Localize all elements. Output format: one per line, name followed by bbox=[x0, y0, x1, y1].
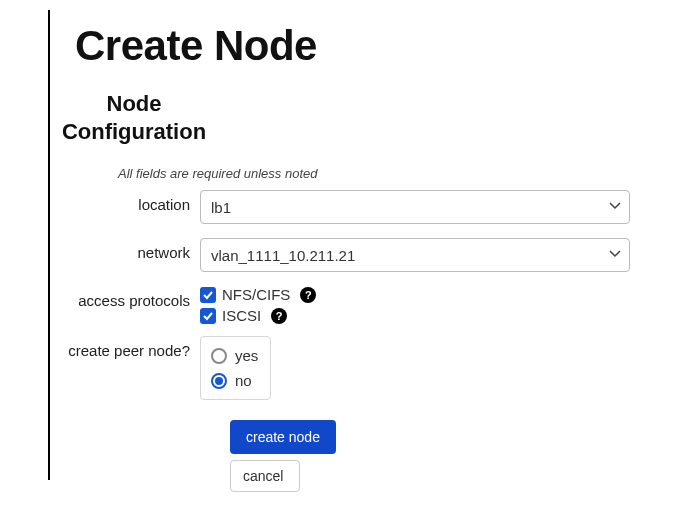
page-title: Create Node bbox=[75, 22, 317, 70]
chevron-down-icon bbox=[609, 250, 619, 260]
cancel-button[interactable]: cancel bbox=[230, 460, 300, 492]
create-node-button[interactable]: create node bbox=[230, 420, 336, 454]
section-title: Node Configuration bbox=[54, 90, 214, 145]
peer-node-yes-label: yes bbox=[235, 347, 258, 364]
network-select[interactable]: vlan_1111_10.211.21 bbox=[200, 238, 630, 272]
help-icon[interactable]: ? bbox=[271, 308, 287, 324]
iscsi-label: ISCSI bbox=[222, 307, 261, 324]
access-protocol-option: NFS/CIFS ? bbox=[200, 286, 650, 303]
form-hint: All fields are required unless noted bbox=[118, 166, 317, 181]
network-label: network bbox=[60, 238, 200, 261]
nfs-cifs-label: NFS/CIFS bbox=[222, 286, 290, 303]
form-actions: create node cancel bbox=[230, 420, 650, 492]
peer-node-label: create peer node? bbox=[60, 336, 200, 359]
location-value: lb1 bbox=[211, 199, 231, 216]
network-value: vlan_1111_10.211.21 bbox=[211, 247, 355, 264]
access-protocols-label: access protocols bbox=[60, 286, 200, 309]
peer-node-no-option[interactable]: no bbox=[211, 368, 258, 393]
peer-node-no-label: no bbox=[235, 372, 252, 389]
peer-node-yes-option[interactable]: yes bbox=[211, 343, 258, 368]
nfs-cifs-checkbox[interactable] bbox=[200, 287, 216, 303]
peer-node-no-radio[interactable] bbox=[211, 373, 227, 389]
help-icon[interactable]: ? bbox=[300, 287, 316, 303]
location-label: location bbox=[60, 190, 200, 213]
chevron-down-icon bbox=[609, 202, 619, 212]
peer-node-radio-group: yes no bbox=[200, 336, 271, 400]
form: location lb1 network vlan_1111_10.211.21… bbox=[60, 190, 650, 492]
iscsi-checkbox[interactable] bbox=[200, 308, 216, 324]
peer-node-yes-radio[interactable] bbox=[211, 348, 227, 364]
page-left-border bbox=[48, 10, 50, 480]
location-select[interactable]: lb1 bbox=[200, 190, 630, 224]
access-protocol-option: ISCSI ? bbox=[200, 307, 650, 324]
